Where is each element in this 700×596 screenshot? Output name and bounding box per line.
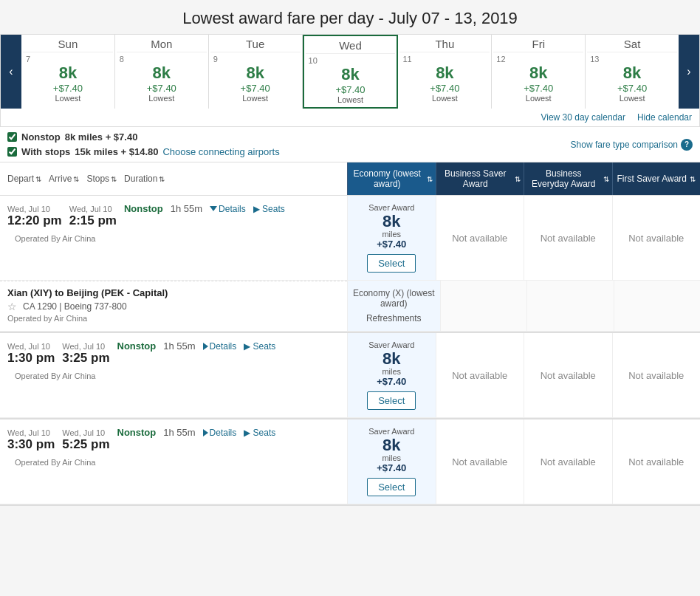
first-saver-cell-2: Not available bbox=[612, 419, 701, 504]
withstops-label: With stops bbox=[21, 146, 70, 157]
calendar-prev-btn[interactable]: ‹ bbox=[1, 35, 21, 109]
operated-by-1: Operated By Air China bbox=[7, 369, 340, 386]
arrive-time-1: 3:25 pm bbox=[62, 351, 109, 366]
depart-time-2: 3:30 pm bbox=[7, 437, 55, 452]
economy-cell-1: Saver Award 8k miles +$7.40 Select bbox=[347, 333, 436, 417]
stops-0: Nonstop bbox=[124, 203, 163, 214]
fare-comparison-link[interactable]: Show fare type comparison ? bbox=[571, 139, 693, 151]
stops-sort-icon: ⇅ bbox=[111, 175, 117, 183]
depart-sort-icon: ⇅ bbox=[35, 175, 41, 183]
first-saver-sort-icon: ⇅ bbox=[690, 175, 696, 183]
page-title: Lowest award fare per day - July 07 - 13… bbox=[0, 0, 700, 34]
results-header: Depart ⇅ Arrive ⇅ Stops ⇅ Duration ⇅ Eco… bbox=[0, 162, 700, 196]
first-saver-cell-1: Not available bbox=[612, 333, 701, 417]
duration-0: 1h 55m bbox=[171, 203, 202, 214]
withstops-value: 15k miles + $14.80 bbox=[75, 146, 158, 157]
sort-stops[interactable]: Stops ⇅ bbox=[86, 174, 117, 184]
calendar-day-sun[interactable]: Sun 7 8k +$7.40 Lowest bbox=[21, 35, 115, 109]
biz-saver-cell-1: Not available bbox=[436, 333, 524, 417]
filter-row: Nonstop 8k miles + $7.40 With stops 15k … bbox=[0, 127, 700, 162]
flight-block-2: Wed, Jul 10 3:30 pm Wed, Jul 10 5:25 pm … bbox=[0, 419, 700, 506]
biz-everyday-detail-empty-0 bbox=[526, 281, 614, 331]
arrive-sort-icon: ⇅ bbox=[73, 175, 79, 183]
biz-everyday-sort-icon: ⇅ bbox=[603, 175, 609, 183]
flight-row-2: Wed, Jul 10 3:30 pm Wed, Jul 10 5:25 pm … bbox=[0, 419, 700, 504]
help-icon: ? bbox=[681, 139, 693, 151]
col-business-everyday[interactable]: Business Everyday Award ⇅ bbox=[524, 162, 612, 195]
calendar-day-sat[interactable]: Sat 13 8k +$7.40 Lowest bbox=[586, 35, 679, 109]
details-btn-0[interactable]: Details bbox=[210, 204, 246, 214]
select-btn-economy-1[interactable]: Select bbox=[367, 391, 416, 410]
flight-info-2: Wed, Jul 10 3:30 pm Wed, Jul 10 5:25 pm … bbox=[0, 419, 347, 504]
duration-2: 1h 55m bbox=[163, 427, 195, 438]
flight-info-1: Wed, Jul 10 1:30 pm Wed, Jul 10 3:25 pm … bbox=[0, 333, 347, 417]
select-btn-economy-0[interactable]: Select bbox=[367, 254, 416, 273]
duration-1: 1h 55m bbox=[163, 340, 195, 352]
details-btn-2[interactable]: Details bbox=[203, 428, 237, 438]
biz-saver-cell-2: Not available bbox=[436, 419, 524, 504]
operated-by-2: Operated By Air China bbox=[7, 455, 340, 473]
economy-cell-2: Saver Award 8k miles +$7.40 Select bbox=[347, 419, 436, 504]
details-arrow-1 bbox=[203, 343, 208, 350]
biz-saver-sort-icon: ⇅ bbox=[515, 175, 521, 183]
details-arrow-0 bbox=[210, 206, 217, 211]
calendar-day-mon[interactable]: Mon 8 8k +$7.40 Lowest bbox=[115, 35, 209, 109]
first-saver-detail-empty-0 bbox=[614, 281, 701, 331]
nonstop-label: Nonstop bbox=[21, 131, 61, 143]
nonstop-checkbox[interactable] bbox=[7, 132, 17, 142]
stops-2: Nonstop bbox=[117, 427, 157, 438]
biz-everyday-cell-2: Not available bbox=[524, 419, 612, 504]
details-btn-1[interactable]: Details bbox=[203, 341, 237, 352]
calendar-day-tue[interactable]: Tue 9 8k +$7.40 Lowest bbox=[209, 35, 303, 109]
stops-1: Nonstop bbox=[117, 340, 157, 352]
choose-airports-link[interactable]: Choose connecting airports bbox=[162, 146, 279, 157]
col-first-saver[interactable]: First Saver Award ⇅ bbox=[612, 162, 701, 195]
sort-depart[interactable]: Depart ⇅ bbox=[7, 174, 41, 184]
flight-row-0: Wed, Jul 10 12:20 pm Wed, Jul 10 2:15 pm… bbox=[0, 196, 700, 281]
col-economy[interactable]: Economy (lowest award) ⇅ bbox=[347, 162, 436, 195]
hide-calendar-link[interactable]: Hide calendar bbox=[637, 112, 692, 123]
details-arrow-2 bbox=[203, 429, 208, 436]
flight-block-0: Wed, Jul 10 12:20 pm Wed, Jul 10 2:15 pm… bbox=[0, 196, 700, 333]
biz-everyday-cell-0: Not available bbox=[524, 196, 612, 280]
first-saver-cell-0: Not available bbox=[612, 196, 701, 280]
withstops-checkbox[interactable] bbox=[7, 147, 17, 157]
col-business-saver[interactable]: Business Saver Award ⇅ bbox=[436, 162, 524, 195]
star-icon-0: ☆ bbox=[7, 301, 17, 312]
flight-detail-info-0: Xian (XIY) to Beijing (PEK - Capital) ☆ … bbox=[0, 281, 347, 331]
calendar-section: ‹ Sun 7 8k +$7.40 Lowest Mon 8 8k +$7.40… bbox=[0, 34, 700, 127]
flight-info-0: Wed, Jul 10 12:20 pm Wed, Jul 10 2:15 pm… bbox=[0, 196, 347, 280]
view-30-day-link[interactable]: View 30 day calendar bbox=[541, 112, 625, 123]
sort-arrive[interactable]: Arrive ⇅ bbox=[49, 174, 79, 184]
economy-cell-0: Saver Award 8k miles +$7.40 Select bbox=[347, 196, 436, 280]
duration-sort-icon: ⇅ bbox=[159, 175, 165, 183]
select-btn-economy-2[interactable]: Select bbox=[367, 478, 416, 496]
operated-by-0: Operated By Air China bbox=[7, 231, 340, 249]
calendar-next-btn[interactable]: › bbox=[679, 35, 699, 109]
sort-duration[interactable]: Duration ⇅ bbox=[124, 174, 165, 184]
calendar-day-wed[interactable]: Wed 10 8k +$7.40 Lowest bbox=[303, 35, 399, 109]
biz-saver-detail-empty-0 bbox=[440, 281, 527, 331]
arrive-time-2: 5:25 pm bbox=[62, 437, 109, 452]
calendar-day-thu[interactable]: Thu 11 8k +$7.40 Lowest bbox=[398, 35, 492, 109]
depart-time-1: 1:30 pm bbox=[7, 351, 55, 366]
flight-detail-expand-0: Xian (XIY) to Beijing (PEK - Capital) ☆ … bbox=[0, 281, 700, 332]
biz-everyday-cell-1: Not available bbox=[524, 333, 612, 417]
flight-block-1: Wed, Jul 10 1:30 pm Wed, Jul 10 3:25 pm … bbox=[0, 333, 700, 419]
economy-detail-cell-0: Economy (X) (lowest award) Refreshments bbox=[347, 281, 440, 331]
seats-btn-0[interactable]: ▶ Seats bbox=[253, 204, 285, 214]
economy-sort-icon: ⇅ bbox=[427, 175, 433, 183]
arrive-time-0: 2:15 pm bbox=[69, 213, 117, 228]
flight-row-1: Wed, Jul 10 1:30 pm Wed, Jul 10 3:25 pm … bbox=[0, 333, 700, 418]
nonstop-value: 8k miles + $7.40 bbox=[65, 131, 138, 143]
depart-time-0: 12:20 pm bbox=[7, 213, 62, 228]
seats-btn-2[interactable]: ▶ Seats bbox=[244, 428, 275, 438]
calendar-day-fri[interactable]: Fri 12 8k +$7.40 Lowest bbox=[492, 35, 586, 109]
biz-saver-cell-0: Not available bbox=[436, 196, 524, 280]
seats-btn-1[interactable]: ▶ Seats bbox=[244, 341, 275, 352]
